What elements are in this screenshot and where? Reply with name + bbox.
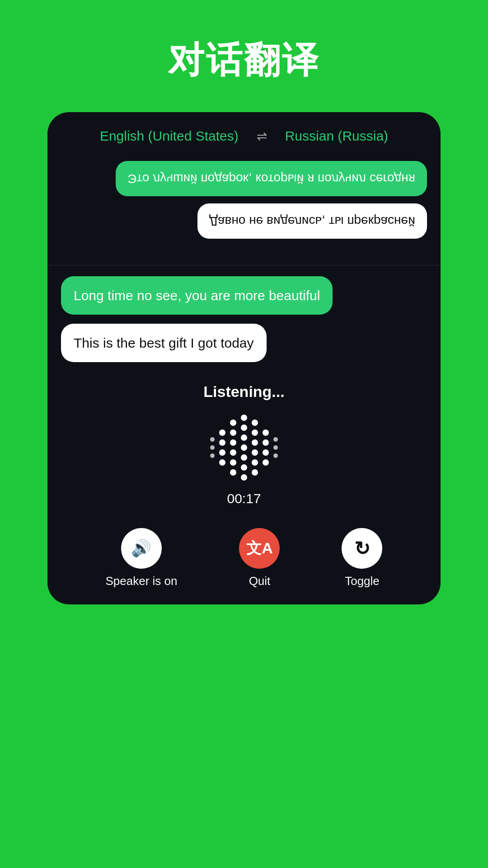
wave-col-4 <box>241 415 247 481</box>
wave-col-6 <box>263 429 269 466</box>
upper-chat-area: Это лучший подарок, который я получил се… <box>47 156 441 265</box>
target-language[interactable]: Russian (Russia) <box>285 128 388 144</box>
lower-chat-area: Long time no see, you are more beautiful… <box>47 265 441 369</box>
quit-icon: 文A <box>246 538 273 559</box>
timer: 00:17 <box>227 491 261 506</box>
page-title: 对话翻译 <box>168 36 320 85</box>
toggle-label: Toggle <box>345 574 380 588</box>
listening-label: Listening... <box>203 383 284 401</box>
wave-col-1 <box>210 437 215 458</box>
toggle-icon: ↻ <box>354 538 370 560</box>
language-bar: English (United States) ⇌ Russian (Russi… <box>47 112 441 156</box>
toggle-btn-circle: ↻ <box>342 528 382 569</box>
wave-col-5 <box>252 420 258 476</box>
waveform <box>210 411 278 484</box>
swap-icon[interactable]: ⇌ <box>257 129 267 144</box>
speaker-icon: 🔊 <box>131 539 151 558</box>
message-white: This is the best gift I got today <box>61 324 267 362</box>
flipped-message-green: Это лучший подарок, который я получил се… <box>116 161 427 196</box>
bottom-controls: 🔊 Speaker is on 文A Quit ↻ Toggle <box>47 524 441 604</box>
wave-col-2 <box>219 429 225 466</box>
quit-label: Quit <box>249 574 271 588</box>
quit-button[interactable]: 文A Quit <box>239 528 280 588</box>
message-green: Long time no see, you are more beautiful <box>61 276 333 315</box>
speaker-button[interactable]: 🔊 Speaker is on <box>106 528 178 588</box>
toggle-button[interactable]: ↻ Toggle <box>342 528 382 588</box>
speaker-btn-circle: 🔊 <box>121 528 162 569</box>
quit-btn-circle: 文A <box>239 528 280 569</box>
wave-col-3 <box>230 420 236 476</box>
translation-card: English (United States) ⇌ Russian (Russi… <box>47 112 441 604</box>
flipped-message-white: Давно не виделись, ты прекрасней <box>197 203 427 239</box>
source-language[interactable]: English (United States) <box>100 128 239 144</box>
wave-col-7 <box>273 437 278 458</box>
listening-section: Listening... <box>47 369 441 524</box>
speaker-label: Speaker is on <box>106 574 178 588</box>
